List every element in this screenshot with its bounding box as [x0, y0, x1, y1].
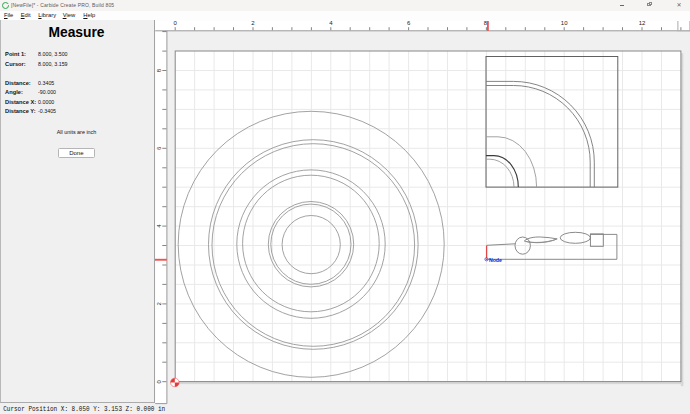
svg-text:Node: Node: [489, 257, 502, 263]
